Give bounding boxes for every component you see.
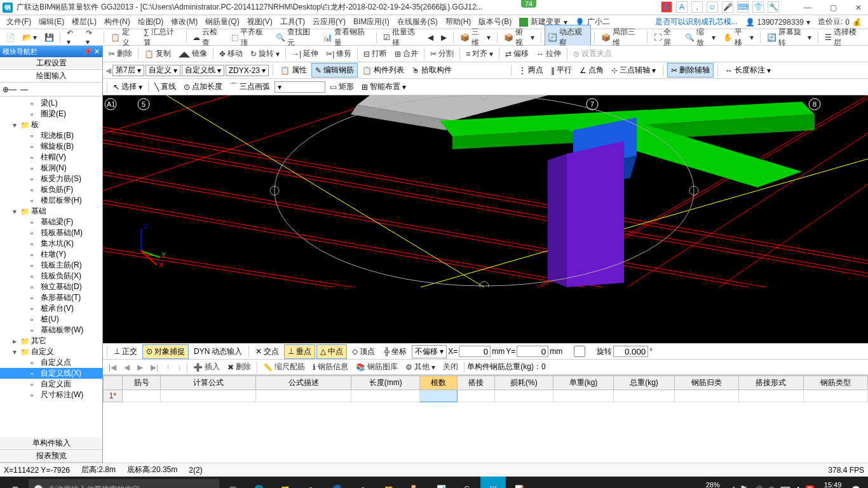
ime-skin-icon[interactable]: 👕 xyxy=(752,1,764,13)
save-button[interactable]: 💾 xyxy=(41,31,57,44)
data-grid[interactable]: 筋号计算公式公式描述长度(mm)根数搭接损耗(%)单重(kg)总重(kg)钢筋归… xyxy=(103,375,868,463)
insert-button[interactable]: ➕ 插入 xyxy=(190,360,223,374)
tree-node[interactable]: ▫圈梁(E) xyxy=(0,109,102,119)
grid-header[interactable]: 筋号 xyxy=(123,376,161,390)
ime-emoji-icon[interactable]: ☺ xyxy=(707,1,718,13)
notification-badge[interactable]: 74 xyxy=(521,0,536,8)
tree-node[interactable]: ▫基础板带(W) xyxy=(0,325,102,336)
coord-snap[interactable]: ╬ 坐标 xyxy=(380,344,410,359)
stretch-button[interactable]: ↔ 拉伸 xyxy=(533,47,564,60)
copy-button[interactable]: 📋 复制 xyxy=(141,47,174,60)
next-btn[interactable]: ▶ xyxy=(438,31,450,44)
tab-report-preview[interactable]: 报表预览 xyxy=(0,450,102,463)
grid-header[interactable]: 搭接形式 xyxy=(739,376,803,390)
tree-node[interactable]: ▫桩承台(V) xyxy=(0,303,102,314)
split-button[interactable]: ✂ 分割 xyxy=(427,47,457,60)
tree-node[interactable]: ▫自定义点 xyxy=(0,357,102,368)
category-dropdown[interactable]: 自定义 ▾ xyxy=(146,65,180,76)
cross-snap[interactable]: ✕ 交点 xyxy=(252,344,283,359)
tree-node[interactable]: ▫筏板主筋(R) xyxy=(0,260,102,271)
dyn-input-toggle[interactable]: DYN 动态输入 xyxy=(190,344,246,359)
obj-snap-toggle[interactable]: ⊙ 对象捕捉 xyxy=(142,344,189,359)
scale-rebar-button[interactable]: 📏 缩尺配筋 xyxy=(260,360,308,374)
arc3-button[interactable]: ⌒ 三点画弧 xyxy=(227,80,273,93)
tree-node[interactable]: ▫梁(L) xyxy=(0,98,102,109)
ime-voice-icon[interactable]: 🎤 xyxy=(722,1,733,13)
ime-tool-icon[interactable]: 🔧 xyxy=(768,1,779,13)
close-button[interactable]: ✕ xyxy=(851,2,865,13)
vertex-snap[interactable]: ◇ 顶点 xyxy=(348,344,379,359)
pick-member-button[interactable]: 🖱 拾取构件 xyxy=(409,64,455,77)
open-button[interactable]: 📂▾ xyxy=(19,31,40,44)
app-3-icon[interactable]: e xyxy=(298,477,323,488)
app-11-icon[interactable]: 📝 xyxy=(506,477,532,488)
tree-node[interactable]: ▫柱帽(V) xyxy=(0,152,102,163)
tree-node[interactable]: ▫集水坑(K) xyxy=(0,238,102,249)
align-button[interactable]: ≡ 对齐 ▾ xyxy=(463,47,496,60)
rect-button[interactable]: ▭ 矩形 xyxy=(327,80,357,93)
task-view-icon[interactable]: ◫ xyxy=(220,477,245,488)
app-1-icon[interactable]: 🌐 xyxy=(246,477,271,488)
floor-dropdown[interactable]: 第7层 ▾ xyxy=(112,65,144,76)
app-8-icon[interactable]: 📊 xyxy=(428,477,454,488)
grid-header[interactable]: 搭接 xyxy=(458,376,495,390)
app-5-icon[interactable]: e xyxy=(350,477,376,488)
last-record[interactable]: ▶| xyxy=(147,362,161,373)
ortho-toggle[interactable]: ⊥ 正交 xyxy=(110,344,141,359)
component-dropdown[interactable]: ZDYX-23 ▾ xyxy=(226,65,269,76)
app-10-icon[interactable]: 钢 xyxy=(480,477,506,488)
tray-up-icon[interactable]: ^ xyxy=(732,485,735,488)
other-button[interactable]: ⚙ 其他 ▾ xyxy=(402,360,438,374)
select-button[interactable]: ↖ 选择 ▾ xyxy=(110,80,146,93)
action-center-icon[interactable]: 💬 xyxy=(851,485,860,489)
member-list-button[interactable]: 📋 构件列表 xyxy=(359,64,407,77)
sogou-tray-icon[interactable]: S xyxy=(806,485,814,488)
props-button[interactable]: 📋 属性 xyxy=(277,64,310,77)
del-axis-button[interactable]: ✂ 删除辅轴 xyxy=(667,63,714,78)
mirror-button[interactable]: ◢◣ 镜像 xyxy=(175,47,210,60)
tab-draw-input[interactable]: 绘图输入 xyxy=(0,70,102,83)
grid-header[interactable]: 公式描述 xyxy=(256,376,351,390)
rebar-lib-button[interactable]: 📚 钢筋图库 xyxy=(353,360,401,374)
arc-options-dropdown[interactable]: ▾ xyxy=(275,81,325,93)
menu-file[interactable]: 文件(F) xyxy=(3,17,35,27)
move-up[interactable]: ↑ xyxy=(163,362,173,373)
tree-node[interactable]: ▸📁其它 xyxy=(0,336,102,346)
tree-node[interactable]: ▫自定义线(X) xyxy=(0,368,102,379)
tree-node[interactable]: ▫桩(U) xyxy=(0,314,102,325)
grid-header[interactable]: 总重(kg) xyxy=(614,376,674,390)
two-point-button[interactable]: ⋮ 两点 xyxy=(515,64,546,77)
first-record[interactable]: |◀ xyxy=(105,362,119,373)
ime-tray-icon[interactable]: ㊥ xyxy=(768,485,775,489)
rotate-button[interactable]: ↻ 旋转 ▾ xyxy=(247,47,283,60)
system-tray[interactable]: 28% CPU使用 ^ 📡 🔊 ㊥ ⌨ A S 15:49 2018/8/1 💬 xyxy=(693,481,865,489)
grid-header[interactable]: 损耗(%) xyxy=(494,376,553,390)
tree-node[interactable]: ▾📁自定义 xyxy=(0,346,102,357)
break-button[interactable]: ⊟ 打断 xyxy=(360,47,390,60)
tree-node[interactable]: ▫板洞(N) xyxy=(0,163,102,173)
subtype-dropdown[interactable]: 自定义线 ▾ xyxy=(182,65,224,76)
sogou-icon[interactable]: S xyxy=(661,1,672,13)
clock[interactable]: 15:49 2018/8/1 xyxy=(819,481,846,488)
new-button[interactable]: 📄 xyxy=(3,31,18,44)
volume-icon[interactable]: 🔊 xyxy=(754,485,763,489)
dim-mark-button[interactable]: ↔ 长度标注 ▾ xyxy=(722,64,774,77)
tree-node[interactable]: ▫尺寸标注(W) xyxy=(0,390,102,400)
tree-node[interactable]: ▾📁板 xyxy=(0,119,102,130)
grid-header[interactable]: 钢筋归类 xyxy=(674,376,738,390)
tree-node[interactable]: ▫楼层板带(H) xyxy=(0,195,102,206)
viewport[interactable]: Z Y X A1 5 7 8 xyxy=(103,95,868,343)
next-record[interactable]: ▶ xyxy=(134,362,146,373)
close-rebar-button[interactable]: 关闭 xyxy=(440,360,461,374)
network-icon[interactable]: 📡 xyxy=(740,485,749,489)
prev-record[interactable]: ◀ xyxy=(121,362,133,373)
collapse-icon[interactable]: — xyxy=(20,85,28,94)
tree-node[interactable]: ▫板受力筋(S) xyxy=(0,173,102,184)
app-4-icon[interactable]: 🌀 xyxy=(324,477,349,488)
prev-btn[interactable]: ◀ xyxy=(424,31,437,44)
rebar-info-button[interactable]: ℹ 钢筋信息 xyxy=(309,360,351,374)
parallel-button[interactable]: ‖ 平行 xyxy=(548,64,575,77)
pin-icon[interactable]: 📌 xyxy=(83,48,92,55)
lang-icon[interactable]: A xyxy=(796,485,800,488)
tree-node[interactable]: ▫现浇板(B) xyxy=(0,130,102,141)
